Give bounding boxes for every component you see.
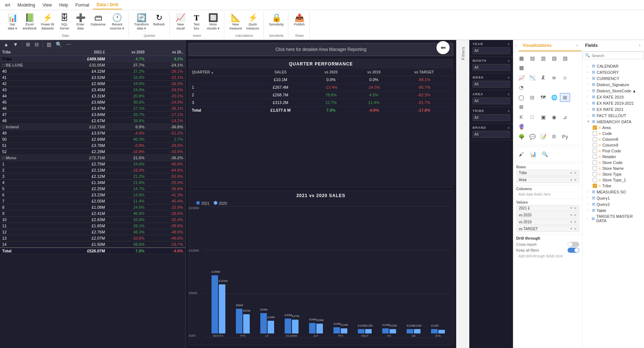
filter-pane-icon[interactable]: 🔍 [540,150,550,159]
rows-field-tribe[interactable]: Tribe ▾ ✕ [516,170,579,176]
table-row[interactable]: 52£2.29M-16.8%-43.9% [0,149,185,155]
field-table-item[interactable]: ▼⊞HIERARCHY DATA [585,119,641,125]
tab-fields[interactable]: Fields › [581,40,644,51]
table-row[interactable]: 40£4.22M27.2%-26.1% [0,68,185,75]
viz-pie[interactable]: ◔ [516,83,526,92]
table-row[interactable]: 46£3.47M27.1%-26.1% [0,105,185,112]
grid-button[interactable]: ▥ [45,41,53,48]
viz-r-visual[interactable]: R [549,132,559,141]
slicer-month-select[interactable]: All [473,64,510,71]
field-table-item[interactable]: ›⊞FACT SELLOUT [585,112,641,119]
field-table-item[interactable]: ›⊞CATEGORY [585,69,641,75]
recent-sources-button[interactable]: 🕐 Recentsources ▾ [108,12,126,31]
quick-measure-button[interactable]: ⚡ Quickmeasure [245,12,261,31]
viz-gauge[interactable]: ◉ [549,113,559,121]
viz-card[interactable]: □ [527,113,537,121]
tab-visualizations[interactable]: Visualizations › [519,40,581,51]
field-checkbox[interactable] [593,131,597,136]
viz-ribbon[interactable]: 🎗 [538,73,548,82]
slicer-year-select[interactable]: All [473,47,510,54]
field-table-item[interactable]: ›⊞Distinct_StoreCode ▲ [585,88,641,94]
back-nav-button[interactable]: ⬅ [436,41,450,54]
table-row[interactable]: 4£1.34M21.8%-25.9% [0,180,185,186]
tab-view[interactable]: View [39,1,56,9]
values-field-2021[interactable]: 2021 £ ▾ ✕ [516,205,579,211]
field-sub-item[interactable]: ≡Code [585,131,641,136]
expand-button[interactable]: ⊞ [24,41,32,48]
table-row[interactable]: 13£2.07M-10.6%-48.6% [0,235,185,241]
table-row[interactable]: Total£526.07M7.8%-4.9% [0,248,185,254]
more-options-button[interactable]: ⋯ [65,41,73,48]
field-checkbox[interactable] [593,149,597,153]
table-row[interactable]: 6£3.23M13.8%-41.3% [0,192,185,198]
field-checkbox[interactable]: ✓ [593,125,597,130]
remove-vstarget-value[interactable]: ✕ [574,227,577,231]
table-row[interactable]: □ Ireland£12.73M0.9%-36.8% [0,124,185,130]
table-row[interactable]: 7£2.05M11.4%-45.4% [0,198,185,204]
slicer-week-select[interactable]: All [473,81,510,88]
area-manager-link[interactable]: Click here for detailed Area Manager Rep… [189,43,453,56]
viz-line[interactable]: 📈 [516,73,526,82]
keep-filters-toggle[interactable] [568,248,579,253]
field-table-item[interactable]: ›⊞Query1 [585,195,641,201]
table-row[interactable]: 12£2.76M48.3%-48.9% [0,229,185,235]
table-row[interactable]: 49£3.97M-4.0%-51.2% [0,130,185,136]
dataverse-button[interactable]: 🗃 Dataverse [89,12,107,27]
sql-server-button[interactable]: 🗄 SQLServer [57,12,72,31]
table-row[interactable]: 43£3.45M24.9%-34.5% [0,87,185,93]
viz-scatter[interactable]: ⊹ [560,73,570,82]
viz-treemap[interactable]: ⊟ [527,93,537,102]
bar-group[interactable]: £12M£12MSD [403,329,425,337]
viz-decomp-tree[interactable]: 🌳 [516,132,526,141]
table-row[interactable]: 45£3.68M30.6%-24.8% [0,99,185,105]
field-checkbox[interactable] [593,172,597,176]
tab-modeling[interactable]: Modeling [14,1,39,9]
table-row[interactable]: 41£3.52M33.4%-22.1% [0,75,185,81]
new-visual-button[interactable]: 📈 Newvisual [173,12,188,31]
viz-clustered-bar[interactable]: ▤ [527,54,537,63]
field-checkbox[interactable] [593,178,597,182]
slicer-brand-select[interactable]: All [473,131,510,138]
viz-clustered-col[interactable]: ▧ [560,54,570,63]
table-row[interactable]: 42£2.90M24.6%-26.3% [0,81,185,87]
table-row[interactable]: 47£3.84M33.7%-17.1% [0,112,185,118]
power-bi-datasets-button[interactable]: ⚡ Power BIdatasets [40,12,56,31]
bar-group[interactable]: £12MBTA [427,329,449,337]
table-row[interactable]: 50£2.69M40.3%2.7% [0,136,185,143]
col-vs2020[interactable]: vs 2020 [107,49,147,56]
enter-data-button[interactable]: ➕ Enterdata [73,12,88,31]
viz-multirow-card[interactable]: ▣ [538,113,548,121]
table-row[interactable]: Tribe£409.58M4.7%8.2% [0,56,185,62]
tab-format[interactable]: Format [72,1,93,9]
viz-table[interactable]: ⊞ [560,93,570,102]
collapse-button[interactable]: ⊟ [33,41,40,48]
field-sub-item[interactable]: ≡Post Code [585,148,641,154]
table-row[interactable]: 1£2.75M24.6%-40.9% [0,161,185,167]
panel-collapse-left[interactable]: ‹ [513,40,519,51]
field-table-item[interactable]: ›⊞Table [585,207,641,213]
table-row[interactable]: 9£2.41M46.8%-26.8% [0,211,185,217]
viz-py-visual[interactable]: Py [560,132,570,141]
tab-help[interactable]: Help [56,1,72,9]
table-row[interactable]: □ BE LUXE£31.05M27.7%-24.1% [0,62,185,68]
table-row[interactable]: 14£1.50M48.6%-19.7% [0,241,185,248]
values-field-vs2019[interactable]: vs 2019 ▾ ✕ [516,219,579,225]
tab-data-drill[interactable]: Data / Drill [93,1,122,9]
viz-kpi[interactable]: K [516,113,526,121]
viz-100-col[interactable]: ▩ [516,63,526,72]
bar-group[interactable]: £14M£12MFD [378,328,400,337]
text-box-button[interactable]: T Textbox [189,12,204,31]
table-row[interactable]: □ Mono£72.71M21.5%-36.2% [0,155,185,161]
filter-button[interactable]: 🔍 [54,41,63,48]
more-visuals-button[interactable]: 🔲 Morevisuals ▾ [205,12,221,31]
table-row[interactable]: 5£2.25M14.7%-36.8% [0,186,185,192]
field-table-item[interactable]: ›⊞EX RATE 2021 [585,106,641,112]
sort-asc-button[interactable]: ▲ [2,41,10,48]
bar-group[interactable]: £54M£34MLF [256,313,278,337]
table-row[interactable]: 8£1.08M24.6%-32.9% [0,204,185,211]
field-sub-item[interactable]: ≡Store Type [585,171,641,177]
rows-field-area[interactable]: Area ▾ ✕ [516,177,579,183]
remove-2021-value[interactable]: ✕ [574,206,577,210]
field-table-item[interactable]: ›⊞MEASURES SO [585,189,641,195]
viz-stacked-bar[interactable]: ▦ [516,54,526,63]
